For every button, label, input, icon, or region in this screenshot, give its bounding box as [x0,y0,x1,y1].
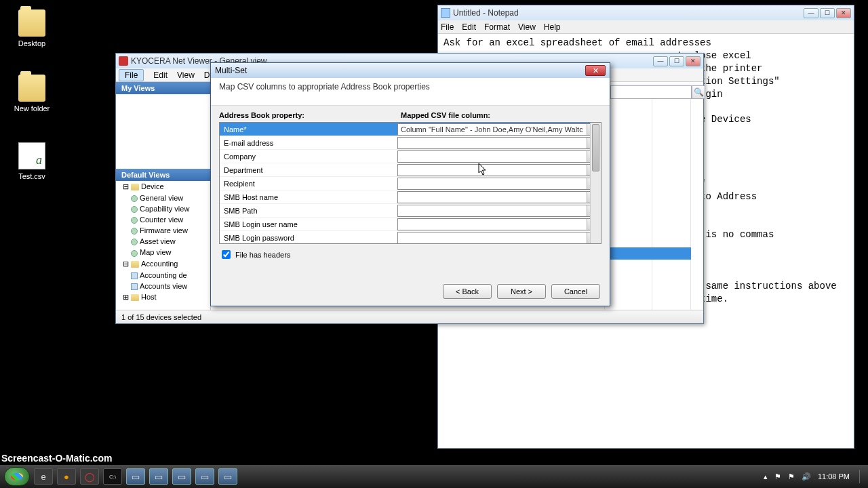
menu-help[interactable]: Help [544,22,561,32]
taskbar-kyocera-icon[interactable]: ▭ [218,468,237,485]
property-label: SMB Path [220,207,396,215]
column-dropdown[interactable]: ▾ [397,232,599,244]
notepad-titlebar[interactable]: Untitled - Notepad — ☐ ✕ [438,5,854,20]
taskbar-app-icon[interactable]: ▭ [149,468,168,485]
tree-item-accounting-de[interactable]: Accounting de [116,270,210,281]
tree-node-accounting[interactable]: ⊟ Accounting [116,258,210,270]
desktop-icon-desktop[interactable]: Desktop [8,9,56,47]
property-label: Recipient [220,180,396,188]
view-icon [131,228,138,235]
taskbar-explorer-icon[interactable]: ▭ [126,468,145,485]
property-label: E-mail address [220,139,396,147]
user-icon [131,272,138,279]
taskbar-notepad-icon[interactable]: ▭ [172,468,191,485]
menu-edit[interactable]: Edit [153,70,167,80]
notepad-icon [441,8,450,18]
column-dropdown[interactable]: ▾ [397,164,599,176]
mapping-row[interactable]: Name*Column "Full Name" - John Doe,Amy O… [220,123,601,136]
view-icon [131,217,138,224]
tree-node-device[interactable]: ⊟ Device [116,181,210,192]
start-button[interactable] [4,467,30,486]
tray-flag-icon[interactable]: ⚑ [774,472,781,481]
next-button[interactable]: Next > [497,284,546,299]
checkbox-input[interactable] [222,250,231,259]
menu-view[interactable]: View [177,70,195,80]
search-icon[interactable]: 🔍 [692,85,705,99]
column-dropdown[interactable]: ▾ [397,150,599,163]
taskbar-app-icon[interactable]: ▭ [195,468,214,485]
taskbar-cmd-icon[interactable]: C:\ [103,468,122,485]
mapping-row[interactable]: E-mail address▾ [220,136,601,150]
tree-item-asset[interactable]: Asset view [116,236,210,247]
menu-file[interactable]: File [441,22,454,32]
sidebar-header-default[interactable]: Default Views [116,169,210,181]
mapping-row[interactable]: Recipient▾ [220,177,601,190]
minimize-button[interactable]: — [804,8,818,18]
menu-edit[interactable]: Edit [462,22,476,32]
property-label: Company [220,152,396,161]
dropdown-value: Column "Full Name" - John Doe,Amy O'Neil… [401,125,587,134]
dialog-titlebar[interactable]: Multi-Set ✕ [211,63,610,78]
mapping-row[interactable]: Company▾ [220,150,601,163]
column-dropdown[interactable]: Column "Full Name" - John Doe,Amy O'Neil… [397,123,599,136]
mapping-row[interactable]: SMB Path▾ [220,204,601,218]
folder-icon [18,9,45,37]
tray-clock[interactable]: 11:08 PM [818,472,850,481]
watermark-text: Screencast-O-Matic.com [1,453,112,464]
maximize-button[interactable]: ☐ [820,8,835,18]
tray-flag-icon[interactable]: ⚑ [788,472,795,481]
back-button[interactable]: < Back [443,284,492,299]
notepad-menubar: File Edit Format View Help [438,20,854,34]
sidebar-header-myviews[interactable]: My Views [116,82,210,94]
tree-node-host[interactable]: ⊞ Host [116,291,210,303]
property-label: Name* [220,125,396,134]
taskbar: e ● ◯ C:\ ▭ ▭ ▭ ▭ ▭ ▴ ⚑ ⚑ 🔊 11:08 PM [0,465,868,488]
view-icon [131,250,138,257]
icon-label: New folder [8,104,56,113]
tree-item-capability[interactable]: Capability view [116,203,210,214]
taskbar-app-icon[interactable]: ● [57,468,76,485]
close-button[interactable]: ✕ [686,56,701,66]
mapping-row[interactable]: SMB Login password▾ [220,231,601,244]
column-dropdown[interactable]: ▾ [397,191,599,203]
menu-file[interactable]: File [119,69,144,81]
mapping-row[interactable]: SMB Login user name▾ [220,218,601,231]
tree-item-counter[interactable]: Counter view [116,214,210,225]
mapping-row[interactable]: Department▾ [220,163,601,177]
column-dropdown[interactable]: ▾ [397,205,599,217]
tree-item-firmware[interactable]: Firmware view [116,225,210,236]
column-dropdown[interactable]: ▾ [397,218,599,230]
menu-view[interactable]: View [518,22,536,32]
dialog-close-button[interactable]: ✕ [585,65,606,76]
notepad-title: Untitled - Notepad [453,8,804,18]
column-dropdown[interactable]: ▾ [397,178,599,190]
tray-volume-icon[interactable]: 🔊 [802,472,811,481]
dialog-title: Multi-Set [215,66,585,75]
menu-format[interactable]: Format [484,22,510,32]
minimize-button[interactable]: — [653,56,668,66]
desktop-icon-newfolder[interactable]: New folder [8,75,56,113]
tree-item-map[interactable]: Map view [116,247,210,258]
maximize-button[interactable]: ☐ [669,56,684,66]
mapping-row[interactable]: SMB Host name▾ [220,190,601,204]
scrollbar[interactable] [590,123,601,243]
kyocera-search-input[interactable] [610,85,692,99]
tray-up-icon[interactable]: ▴ [764,472,768,481]
cancel-button[interactable]: Cancel [551,284,600,299]
tree-item-general[interactable]: General view [116,192,210,203]
kyocera-statusbar: 1 of 15 devices selected [116,310,703,323]
file-has-headers-checkbox[interactable]: File has headers [219,248,601,261]
desktop-icon-testcsv[interactable]: Test.csv [8,142,56,180]
tree-item-accounts-view[interactable]: Accounts view [116,281,210,291]
taskbar-app-icon[interactable]: ◯ [80,468,99,485]
folder-icon [131,294,139,301]
show-desktop-button[interactable] [859,470,860,483]
status-text: 1 of 15 devices selected [121,313,201,321]
menu-device[interactable]: D [204,70,210,80]
property-label: Department [220,166,396,174]
scrollbar-thumb[interactable] [592,124,599,171]
column-dropdown[interactable]: ▾ [397,137,599,149]
view-icon [131,239,138,245]
close-button[interactable]: ✕ [836,8,851,18]
taskbar-ie-icon[interactable]: e [34,468,53,485]
